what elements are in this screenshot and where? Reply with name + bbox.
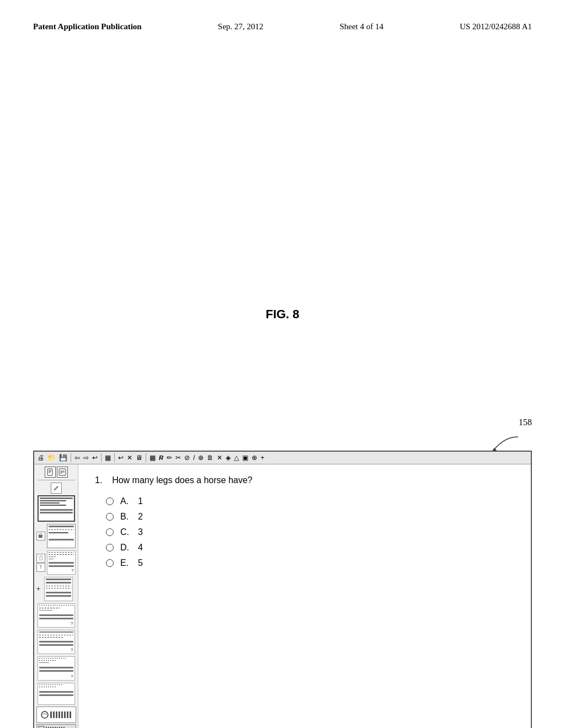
toolbar-icon-image[interactable]: 🗎: [206, 453, 215, 462]
option-letter-a: A.: [120, 496, 131, 506]
toolbar-icon-slash[interactable]: /: [192, 453, 196, 462]
option-letter-d: D.: [120, 543, 131, 553]
sidebar-tool-small-2[interactable]: 📋: [36, 554, 45, 563]
toolbar-icon-pencil[interactable]: ✏: [166, 453, 173, 462]
pencil-icon: [53, 485, 60, 491]
toolbar-icon-grid[interactable]: ▦: [104, 453, 112, 462]
sidebar-footer-icon: [38, 726, 45, 728]
option-letter-e: E.: [120, 558, 131, 568]
sidebar-tool-edit[interactable]: [57, 467, 68, 478]
sidebar-tool-doc[interactable]: [45, 467, 56, 478]
sidebar-divider: [38, 480, 75, 480]
sidebar-thumb-2[interactable]: [47, 524, 76, 548]
sidebar-footer[interactable]: [36, 724, 76, 728]
toolbar-icon-diamond[interactable]: ◈: [225, 453, 232, 462]
question-number: 1.: [95, 475, 102, 485]
page-header: Patent Application Publication Sep. 27, …: [0, 0, 565, 42]
answer-option-c[interactable]: C. 3: [106, 527, 514, 537]
toolbar-icon-back[interactable]: ⇦: [73, 453, 81, 462]
publication-label: Patent Application Publication: [33, 22, 142, 31]
radio-b[interactable]: [106, 513, 114, 521]
option-value-d: 4: [138, 543, 143, 553]
sidebar-panel: 🏛 📋 ?: [34, 464, 78, 728]
option-letter-c: C.: [120, 527, 131, 537]
toolbar-icon-undo[interactable]: ↩: [91, 453, 99, 462]
sidebar-thumb-5[interactable]: ?: [38, 603, 75, 628]
sidebar-icon-tools: [51, 483, 62, 494]
option-value-a: 1: [138, 496, 143, 506]
sidebar-thumb-4[interactable]: [44, 577, 73, 601]
svg-point-10: [41, 711, 48, 718]
toolbar-separator-3: [114, 453, 115, 462]
radio-a[interactable]: [106, 497, 114, 505]
question-text: 1. How many legs does a horse have?: [95, 475, 514, 485]
sidebar-wavy-bottom: [50, 711, 72, 718]
svg-line-9: [57, 486, 58, 487]
toolbar-icon-forward[interactable]: ⇨: [82, 453, 90, 462]
radio-d[interactable]: [106, 544, 114, 552]
toolbar-icon-square[interactable]: ▣: [241, 453, 249, 462]
thumb-label-7: ?: [71, 674, 73, 679]
svg-rect-1: [47, 469, 52, 475]
sidebar-bottom-item[interactable]: [36, 706, 76, 723]
option-value-c: 3: [138, 527, 143, 537]
answer-option-d[interactable]: D. 4: [106, 543, 514, 553]
sidebar-thumb-3[interactable]: ?: [47, 550, 76, 575]
thumb-label-3: ?: [71, 568, 73, 573]
figure-label-container: FIG. 8: [33, 307, 532, 322]
toolbar-icon-scissors[interactable]: ✂: [174, 453, 182, 462]
question-area: 1. How many legs does a horse have? A. 1…: [78, 464, 531, 728]
thumb-label-5: ?: [71, 621, 73, 626]
toolbar-icon-x[interactable]: ✕: [216, 453, 223, 462]
app-toolbar[interactable]: 🖨 📁 💾 ⇦ ⇨ ↩ ▦ ↩ ✕ 🖥 ▦ R ✏ ✂ ⊘ / ⊕ 🗎 ✕ ◈ …: [34, 452, 531, 464]
option-value-e: 5: [138, 558, 143, 568]
toolbar-icon-triangle[interactable]: △: [233, 453, 240, 462]
radio-c[interactable]: [106, 528, 114, 536]
sidebar-group-2: 📋 ? ?: [36, 550, 76, 575]
toolbar-icon-plus-circle[interactable]: ⊕: [197, 453, 205, 462]
thumb-label-6: ?: [71, 647, 73, 652]
toolbar-icon-print[interactable]: 🖨: [36, 453, 45, 462]
toolbar-icon-more[interactable]: +: [259, 453, 265, 462]
toolbar-separator-4: [146, 453, 146, 462]
answer-option-e[interactable]: E. 5: [106, 558, 514, 568]
toolbar-icon-save[interactable]: 💾: [58, 453, 68, 462]
sidebar-add-row: +: [36, 576, 76, 602]
toolbar-icon-close[interactable]: ✕: [126, 453, 134, 462]
sidebar-thumb-8[interactable]: [38, 683, 75, 705]
radio-e[interactable]: [106, 559, 114, 567]
toolbar-icon-r[interactable]: R: [158, 454, 164, 462]
toolbar-icon-folder[interactable]: 📁: [46, 453, 57, 462]
doc-icon: [46, 468, 54, 476]
toolbar-icon-table[interactable]: ▦: [148, 453, 157, 462]
toolbar-separator-1: [71, 453, 71, 462]
toolbar-icon-circle[interactable]: ⊘: [183, 453, 191, 462]
patent-number: US 2012/0242688 A1: [460, 22, 532, 31]
reference-number: 158: [519, 417, 532, 427]
sidebar-top-tools: [45, 467, 68, 478]
sidebar-circle-icon: [40, 710, 49, 719]
main-content: 158 🖨 📁 💾 ⇦ ⇨ ↩ ▦ ↩ ✕ 🖥 ▦ R ✏ ✂: [0, 307, 565, 322]
sidebar-thumb-7[interactable]: ?: [38, 656, 75, 681]
sidebar-tool-small-3[interactable]: ?: [36, 563, 45, 572]
option-letter-b: B.: [120, 512, 131, 522]
toolbar-icon-undo2[interactable]: ↩: [117, 453, 125, 462]
sidebar-add-icon[interactable]: +: [36, 585, 41, 593]
sidebar-group-1: 🏛: [36, 523, 76, 549]
answer-option-b[interactable]: B. 2: [106, 512, 514, 522]
sidebar-thumb-1[interactable]: [38, 495, 75, 522]
option-value-b: 2: [138, 512, 143, 522]
sheet-info: Sheet 4 of 14: [339, 22, 383, 31]
toolbar-icon-monitor[interactable]: 🖥: [135, 453, 143, 462]
sidebar-thumb-6[interactable]: ?: [38, 630, 75, 654]
toolbar-icon-plus2[interactable]: ⊕: [250, 453, 258, 462]
figure-label: FIG. 8: [33, 307, 532, 322]
question-body: How many legs does a horse have?: [112, 475, 252, 485]
application-window: 🖨 📁 💾 ⇦ ⇨ ↩ ▦ ↩ ✕ 🖥 ▦ R ✏ ✂ ⊘ / ⊕ 🗎 ✕ ◈ …: [33, 451, 532, 728]
sidebar-tool-small-1[interactable]: 🏛: [36, 532, 45, 540]
date-label: Sep. 27, 2012: [218, 22, 264, 31]
answer-options-list: A. 1 B. 2 C. 3 D.: [95, 496, 514, 568]
window-body: 🏛 📋 ?: [34, 464, 531, 728]
answer-option-a[interactable]: A. 1: [106, 496, 514, 506]
sidebar-pencil-icon[interactable]: [51, 483, 62, 494]
